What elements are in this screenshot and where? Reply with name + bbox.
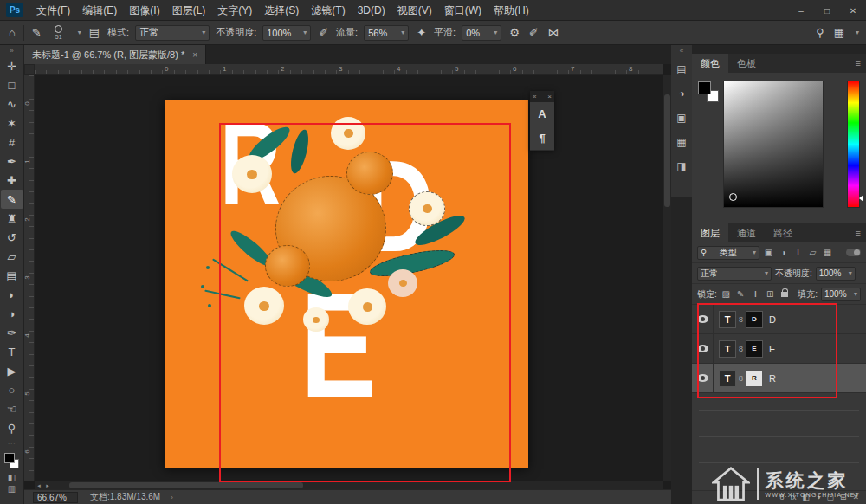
character-panel-button[interactable]: A xyxy=(530,102,554,126)
menu-file[interactable]: 文件(F) xyxy=(30,0,76,21)
close-panel-icon[interactable]: × xyxy=(547,93,552,100)
menu-type[interactable]: 文字(Y) xyxy=(211,0,258,21)
layer-mask-thumbnail[interactable]: D xyxy=(746,311,763,328)
menu-help[interactable]: 帮助(H) xyxy=(488,0,535,21)
brush-panel-toggle-icon[interactable]: ▤ xyxy=(87,25,101,40)
pressure-opacity-icon[interactable]: ✐ xyxy=(317,25,330,40)
close-button[interactable]: ✕ xyxy=(840,0,866,21)
vertical-scrollbar[interactable] xyxy=(663,75,671,481)
menu-image[interactable]: 图像(I) xyxy=(123,0,165,21)
filter-adjustment-layers-icon[interactable]: ◑ xyxy=(778,248,789,257)
chevron-down-icon[interactable]: ▾ xyxy=(78,29,81,36)
dodge-tool-button[interactable]: ◑ xyxy=(1,304,23,323)
menu-window[interactable]: 窗口(W) xyxy=(438,0,488,21)
minimize-button[interactable]: – xyxy=(788,0,814,21)
lock-transparency-icon[interactable]: ▨ xyxy=(721,289,732,299)
zoom-level-input[interactable]: 66.67% xyxy=(33,492,78,503)
lock-all-icon[interactable] xyxy=(781,292,788,297)
text-layer-thumbnail[interactable]: T xyxy=(719,311,736,328)
scrollbar-thumb[interactable] xyxy=(69,482,303,488)
filter-pixel-layers-icon[interactable]: ▣ xyxy=(763,248,774,257)
airbrush-icon[interactable]: ✦ xyxy=(415,25,428,40)
clone-source-panel-icon[interactable]: ◨ xyxy=(671,154,692,178)
home-icon[interactable]: ⌂ xyxy=(7,25,17,40)
panel-menu-icon[interactable]: ≡ xyxy=(850,223,866,242)
tab-layers[interactable]: 图层 xyxy=(692,223,728,242)
crop-tool-button[interactable]: # xyxy=(1,132,23,152)
horizontal-scrollbar[interactable]: ◂ ▸ xyxy=(35,481,663,489)
vertical-ruler[interactable]: 0 1 2 3 4 5 6 xyxy=(24,75,35,481)
pressure-size-icon[interactable]: ✐ xyxy=(527,25,540,40)
layer-blend-mode-select[interactable]: 正常 ▾ xyxy=(697,267,772,281)
filter-type-layers-icon[interactable]: T xyxy=(792,248,804,257)
workspace-switcher-icon[interactable]: ▦ xyxy=(832,25,846,40)
foreground-background-swatches[interactable] xyxy=(698,81,721,104)
hue-slider[interactable] xyxy=(847,81,860,208)
screen-mode-icon[interactable]: ▥ xyxy=(1,483,23,494)
foreground-color-swatch[interactable] xyxy=(4,453,15,463)
scroll-left-icon[interactable]: ◂ xyxy=(35,482,43,489)
collapse-panel-icon[interactable]: « xyxy=(533,93,536,100)
zoom-tool-button[interactable]: ⚲ xyxy=(1,418,23,437)
layer-row-e[interactable]: T 8 E E xyxy=(692,334,866,364)
blend-mode-select[interactable]: 正常 ▾ xyxy=(135,25,210,41)
layer-row-r-selected[interactable]: T 8 R R xyxy=(692,364,866,393)
properties-panel-icon[interactable]: ▤ xyxy=(671,57,692,81)
document-tab[interactable]: 未标题-1 @ 66.7% (R, 图层蒙版/8) * × xyxy=(24,45,206,64)
layer-mask-thumbnail[interactable]: E xyxy=(746,340,763,358)
clone-stamp-tool-button[interactable]: ♜ xyxy=(1,209,23,228)
maximize-button[interactable]: □ xyxy=(814,0,840,21)
scroll-right-icon[interactable]: ▸ xyxy=(43,482,52,489)
filter-smart-objects-icon[interactable]: ▦ xyxy=(822,248,833,257)
search-icon[interactable]: ⚲ xyxy=(814,25,826,40)
hue-slider-marker[interactable] xyxy=(859,195,863,202)
move-tool-button[interactable]: ✛ xyxy=(1,56,23,75)
smoothing-select[interactable]: 0% ▾ xyxy=(462,25,501,41)
chevron-down-icon[interactable]: ▾ xyxy=(856,29,859,36)
layer-opacity-select[interactable]: 100% ▾ xyxy=(816,267,856,281)
scrollbar-thumb[interactable] xyxy=(664,94,670,207)
smoothing-gear-icon[interactable]: ⚙ xyxy=(507,25,521,40)
history-panel-icon[interactable]: ▦ xyxy=(671,130,692,154)
blur-tool-button[interactable]: ◗ xyxy=(1,285,23,304)
paragraph-panel-button[interactable]: ¶ xyxy=(530,126,554,151)
filter-toggle-switch[interactable] xyxy=(846,249,861,256)
fill-select[interactable]: 100% ▾ xyxy=(821,288,861,301)
lock-artboard-icon[interactable]: ⊞ xyxy=(765,289,776,299)
menu-3d[interactable]: 3D(D) xyxy=(352,0,391,21)
status-options-icon[interactable]: › xyxy=(171,494,173,501)
brush-tool-icon[interactable]: ✎ xyxy=(30,25,43,40)
layer-row-d[interactable]: T 8 D D xyxy=(692,305,866,334)
saturation-brightness-field[interactable] xyxy=(723,81,824,208)
history-brush-tool-button[interactable]: ↺ xyxy=(1,228,23,247)
foreground-background-swatches[interactable] xyxy=(2,451,23,472)
layer-name[interactable]: R xyxy=(769,373,776,384)
flow-select[interactable]: 56% ▾ xyxy=(364,25,409,41)
gradient-tool-button[interactable]: ▤ xyxy=(1,266,23,285)
edit-toolbar-icon[interactable]: ⋯ xyxy=(1,437,23,449)
color-picker-ring[interactable] xyxy=(729,193,737,201)
tab-channels[interactable]: 通道 xyxy=(728,223,765,242)
tab-paths[interactable]: 路径 xyxy=(765,223,801,242)
brush-tool-button[interactable]: ✎ xyxy=(1,190,23,209)
lock-position-icon[interactable]: ✛ xyxy=(750,289,761,299)
collapse-toolbar-icon[interactable]: » xyxy=(10,45,13,56)
lock-pixels-icon[interactable]: ✎ xyxy=(735,289,746,299)
path-selection-tool-button[interactable]: ▶ xyxy=(1,361,23,380)
menu-view[interactable]: 视图(V) xyxy=(391,0,438,21)
visibility-toggle[interactable] xyxy=(692,364,714,393)
type-tool-button[interactable]: T xyxy=(1,342,23,361)
libraries-panel-icon[interactable]: ▣ xyxy=(671,106,692,130)
visibility-toggle[interactable] xyxy=(692,334,714,364)
panel-menu-icon[interactable]: ≡ xyxy=(850,54,866,73)
text-layer-thumbnail[interactable]: T xyxy=(719,370,736,387)
opacity-select[interactable]: 100% ▾ xyxy=(262,25,311,41)
hand-tool-button[interactable]: ☜ xyxy=(1,399,23,418)
layer-name[interactable]: E xyxy=(769,344,775,354)
tab-swatches[interactable]: 色板 xyxy=(728,54,765,73)
eyedropper-tool-button[interactable]: ✒ xyxy=(1,152,23,171)
menu-select[interactable]: 选择(S) xyxy=(258,0,305,21)
filter-shape-layers-icon[interactable]: ▱ xyxy=(807,248,818,257)
text-layer-thumbnail[interactable]: T xyxy=(719,340,736,358)
quick-mask-icon[interactable]: ◧ xyxy=(1,472,23,483)
